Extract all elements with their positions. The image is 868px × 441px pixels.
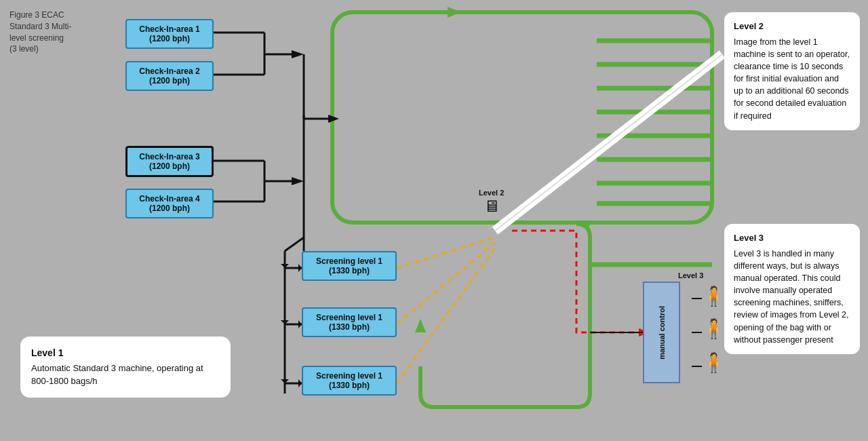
svg-line-44 [397,237,495,268]
screening-level-1-box3: Screening level 1 (1330 bph) [302,366,397,396]
level2-info-box: Level 2 Image from the level 1 machine i… [724,12,860,130]
svg-marker-22 [292,177,304,185]
level3-info-box: Level 3 Level 3 is handled in many diffe… [724,224,860,354]
manual-control-box: manual control [643,282,680,383]
svg-marker-37 [281,264,289,268]
level1-bubble: Level 1 Automatic Standard 3 machine, op… [20,337,231,398]
checkin-area-4: Check-In-area 4 (1200 bph) [125,189,214,218]
svg-marker-1 [448,7,461,18]
svg-marker-18 [292,50,304,58]
level2-label: Level 2 🖥 [479,189,504,216]
svg-marker-38 [281,320,289,324]
svg-line-36 [285,237,304,251]
svg-marker-10 [415,319,426,332]
svg-line-42 [495,54,722,231]
figure-label: Figure 3 ECAC Standard 3 Multi- level sc… [9,9,71,55]
person-icon-2: 🧍 [702,318,726,340]
checkin-area-3: Check-In-area 3 (1200 bph) [125,146,214,177]
screening-level-1-box1: Screening level 1 (1330 bph) [302,251,397,281]
level3-label: Level 3 [678,271,703,280]
svg-marker-41 [328,115,339,123]
checkin-area-2: Check-In-area 2 (1200 bph) [125,61,214,91]
person-icon-3: 🧍 [702,351,726,374]
svg-line-43 [495,54,722,231]
svg-rect-0 [332,12,712,223]
svg-line-45 [397,243,495,324]
svg-line-46 [397,248,495,383]
svg-marker-39 [281,379,289,383]
screening-level-1-box2: Screening level 1 (1330 bph) [302,307,397,337]
checkin-area-1: Check-In-area 1 (1200 bph) [125,19,214,49]
person-icon-1: 🧍 [702,285,726,307]
